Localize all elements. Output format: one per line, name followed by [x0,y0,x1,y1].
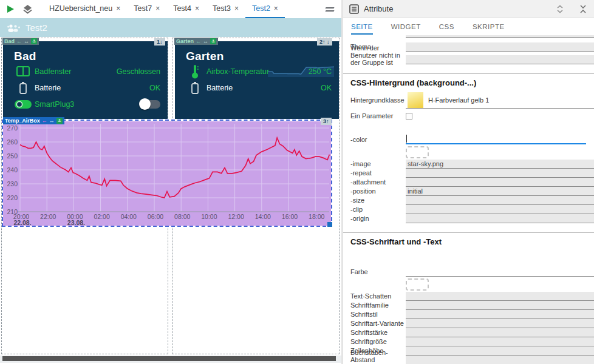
tab-close-icon[interactable]: × [234,4,239,13]
tab-test2[interactable]: Test2× [245,0,285,18]
tab-close-icon[interactable]: × [155,4,160,13]
anchor-icon[interactable]: ⚓ [56,118,63,124]
scrollbar-thumb[interactable] [2,356,336,361]
field-input[interactable] [406,337,594,346]
field-input[interactable] [406,328,594,337]
field-input[interactable] [406,268,594,277]
tile-row-label: SmartPlug3 [35,100,74,109]
widget-tile-garten[interactable]: GartenAirbox-Temperatur250 °CBatterieOK [175,41,339,119]
tile-row[interactable]: BadfensterGeschlossen [3,63,168,79]
panel-title: Attribute [364,4,542,13]
tile-row-label: Batterie [35,84,61,92]
field-input[interactable] [406,169,594,178]
field-input[interactable] [406,346,594,356]
toggle-knob[interactable] [139,98,151,110]
move-icon[interactable]: ← [196,38,201,44]
field-label: Farbe [350,268,406,277]
field-label: Wenn der Benutzer nicht in der Gruppe is… [350,44,406,67]
svg-text:23.08.: 23.08. [67,219,85,226]
field-input[interactable] [406,214,594,223]
section-title: CSS-Hintergrund (background-...) [343,74,594,92]
tile-row[interactable]: BatterieOK [175,79,339,96]
svg-text:240: 240 [7,166,18,174]
battery-icon [14,82,32,94]
field-label: -color [350,136,406,144]
tab-hzuebersicht_neu[interactable]: HZUebersicht_neu× [43,0,127,18]
svg-text:230: 230 [7,180,18,187]
stretch-icon[interactable]: ↔ [24,38,29,44]
svg-text:08:00: 08:00 [174,213,190,220]
collapse-icon[interactable] [578,4,588,14]
field-input[interactable] [406,301,594,310]
widget-order-badge[interactable]: 3↑ [321,118,332,125]
pages-button[interactable] [21,2,34,16]
resize-handle[interactable] [327,222,332,227]
color-swatch-button[interactable] [406,278,429,291]
widget-order-badge[interactable]: 1↓ [154,38,165,46]
tile-row[interactable]: SmartPlug3 [3,96,168,112]
tile-row[interactable]: BatterieOK [3,79,168,96]
unfold-icon[interactable] [555,4,565,14]
tab-test3[interactable]: Test3× [206,0,245,18]
stretch-icon[interactable]: ↔ [49,118,55,124]
color-swatch-button[interactable] [406,146,429,158]
play-icon [7,5,15,13]
layers-icon [22,4,33,14]
panel-tab-widget[interactable]: WIDGET [391,19,421,35]
tab-close-icon[interactable]: × [274,4,278,13]
field-input[interactable] [406,319,594,328]
tab-close-icon[interactable]: × [195,4,199,13]
widget-tag-garten[interactable]: Garten←↔⚓ [174,38,218,45]
toggle-switch[interactable] [140,100,160,109]
field-input[interactable]: initial [406,187,594,196]
field-input[interactable]: star-sky.png [406,160,594,169]
section-title: CSS-Schriftart und -Text [343,233,594,251]
panel-tab-skripte[interactable]: SKRIPTE [473,19,505,35]
field-input[interactable] [406,356,594,364]
thermometer-icon [186,64,204,79]
svg-text:04:00: 04:00 [121,213,137,220]
tile-row[interactable]: Airbox-Temperatur250 °C [175,63,339,79]
panel-tab-css[interactable]: CSS [439,19,454,35]
panel-tab-seite[interactable]: SEITE [351,19,373,35]
class-picker-input[interactable]: H-Farbverlauf gelb 1 [406,92,594,109]
field-row: Buchstaben-Abstand [343,356,594,364]
widget-tile-bad[interactable]: BadBadfensterGeschlossenBatterieOKSmartP… [3,41,168,119]
anchor-icon[interactable]: ⚓ [31,38,37,44]
tab-test4[interactable]: Test4× [166,0,206,18]
tab-close-icon[interactable]: × [116,4,120,13]
tab-test7[interactable]: Test7× [127,0,166,18]
menu-icon[interactable] [326,5,335,13]
move-icon[interactable]: ← [42,118,47,124]
field-input[interactable] [406,292,594,301]
svg-text:220: 220 [7,194,18,201]
field-row: -repeat [343,169,594,178]
app-window: HZUebersicht_neu×Test7×Test4×Test3×Test2… [0,0,594,364]
temperature-line-series [20,138,329,198]
stretch-icon[interactable]: ↔ [203,38,208,44]
widget-tag-bad[interactable]: Bad←↔⚓ [2,38,39,45]
play-button[interactable] [4,2,17,16]
checkbox[interactable] [406,113,412,120]
move-icon[interactable]: ← [16,38,22,44]
widget-order-badge[interactable]: 2↑ ↓ [317,38,332,46]
field-input[interactable] [406,205,594,214]
field-input[interactable] [406,196,594,205]
field-row-swatch [343,144,594,160]
horizontal-scrollbar[interactable] [0,356,341,363]
toggle-on-icon [14,99,32,109]
field-label: -image [350,160,406,169]
field-input[interactable] [406,42,594,52]
field-row: Schriftfamilie [343,301,594,310]
field-input[interactable] [406,178,594,187]
anchor-icon[interactable]: ⚓ [210,38,216,44]
widget-tag-chart[interactable]: Temp_AirBox←↔⚓ [3,117,64,124]
gradient-swatch[interactable] [408,92,423,108]
field-input[interactable] [406,310,594,319]
field-input[interactable] [406,55,594,64]
widget-chart-temp-airbox[interactable]: 21022023024025026027020:0022:0000:0002:0… [3,121,331,226]
temp-airbox-chart: 21022023024025026027020:0022:0000:0002:0… [3,121,331,226]
tab-label: Test2 [252,4,270,13]
svg-text:260: 260 [7,138,18,146]
focused-text-input[interactable] [406,133,586,144]
